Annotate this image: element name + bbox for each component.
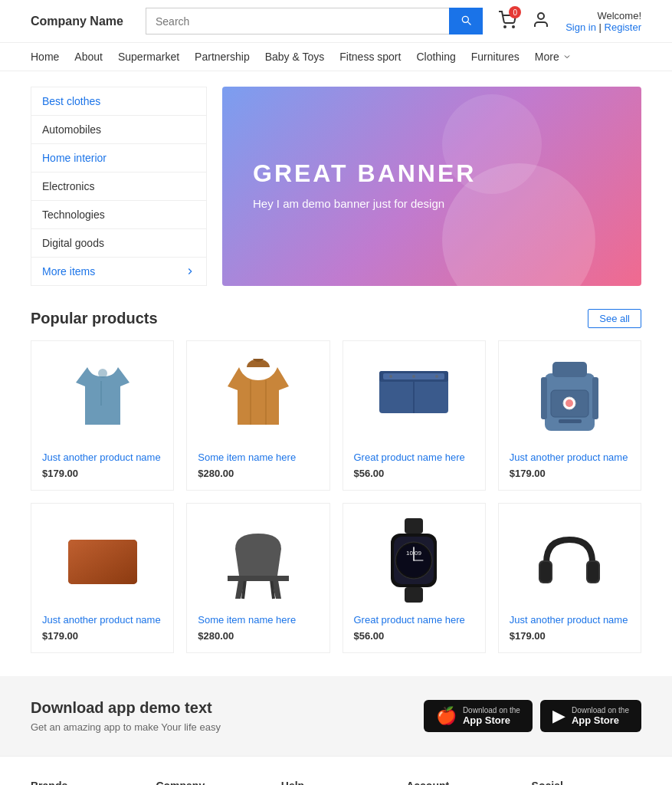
product-card[interactable]: Great product name here $56.00 — [343, 340, 486, 491]
product-image-shirt — [68, 360, 137, 436]
user-icon — [532, 11, 550, 29]
footer-account: Account User Login User register Account… — [406, 780, 516, 785]
product-name: Just another product name — [42, 452, 162, 463]
chevron-right-icon — [185, 266, 195, 277]
svg-point-16 — [565, 399, 573, 407]
user-icon-wrap[interactable] — [532, 11, 550, 31]
product-card[interactable]: Some item name here $280.00 — [186, 340, 329, 491]
download-subtitle: Get an amazing app to make Your life eas… — [31, 721, 221, 733]
sidebar-item-electronics[interactable]: Electronics — [31, 172, 206, 201]
footer-company-title: Company — [156, 780, 265, 785]
header-actions: 0 Welcome! Sign in | Register — [498, 10, 641, 33]
product-name: Just another product name — [42, 614, 162, 626]
product-name: Some item name here — [198, 614, 318, 626]
svg-point-9 — [389, 375, 392, 378]
product-image-wrap: 10:09 — [354, 514, 474, 606]
appstore-small: Download on the — [463, 706, 520, 714]
separator: | — [599, 21, 605, 33]
product-price: $280.00 — [198, 630, 318, 642]
footer-help-title: Help — [281, 780, 391, 785]
playstore-big: App Store — [572, 714, 629, 726]
product-name: Just another product name — [510, 452, 630, 463]
search-input[interactable] — [146, 8, 449, 34]
nav-about[interactable]: About — [74, 51, 103, 63]
banner: GREAT BANNER Hey I am demo banner just f… — [222, 87, 641, 286]
footer-social-title: Social — [532, 780, 641, 785]
product-name: Some item name here — [198, 452, 318, 463]
svg-point-0 — [504, 26, 506, 28]
sidebar: Best clothes Automobiles Home interior E… — [31, 87, 207, 286]
play-icon: ▶ — [552, 706, 565, 726]
product-image-shorts — [375, 367, 452, 429]
logo: Company Name — [31, 15, 130, 28]
svg-point-10 — [412, 375, 415, 378]
product-image-wrap — [510, 514, 630, 606]
product-image-wrap — [42, 352, 162, 444]
main-content: Best clothes Automobiles Home interior E… — [0, 71, 672, 301]
navbar: Home About Supermarket Partnership Baby … — [0, 43, 672, 71]
nav-supermarket[interactable]: Supermarket — [118, 51, 179, 63]
svg-rect-18 — [541, 377, 547, 419]
sidebar-item-best-clothes[interactable]: Best clothes — [31, 87, 206, 116]
cart-badge: 0 — [509, 6, 521, 18]
products-grid: Just another product name $179.00 Some i… — [31, 340, 641, 653]
product-image-wrap — [198, 352, 318, 444]
download-title: Download app demo text — [31, 699, 221, 717]
banner-text: GREAT BANNER Hey I am demo banner just f… — [253, 159, 476, 213]
nav-fitness[interactable]: Fitness sport — [339, 51, 401, 63]
nav-clothing[interactable]: Clothing — [416, 51, 455, 63]
cart-icon-wrap[interactable]: 0 — [498, 11, 516, 31]
search-button[interactable] — [449, 8, 483, 34]
banner-title: GREAT BANNER — [253, 159, 476, 188]
svg-rect-13 — [552, 362, 587, 377]
product-price: $179.00 — [510, 468, 630, 479]
product-card[interactable]: Just another product name $179.00 — [498, 340, 641, 491]
product-name: Great product name here — [354, 452, 474, 463]
nav-home[interactable]: Home — [31, 51, 59, 63]
svg-rect-17 — [559, 419, 582, 423]
banner-circle2 — [442, 94, 542, 194]
svg-point-2 — [538, 13, 544, 19]
product-card[interactable]: Just another product name $179.00 — [31, 503, 174, 653]
register-link[interactable]: Register — [605, 21, 641, 33]
products-section-title: Popular products — [31, 310, 158, 327]
nav-furnitures[interactable]: Furnitures — [471, 51, 520, 63]
download-text: Download app demo text Get an amazing ap… — [31, 699, 221, 733]
welcome-text: Welcome! Sign in | Register — [565, 10, 641, 33]
appstore-button[interactable]: 🍎 Download on the App Store — [424, 700, 533, 732]
product-image-wrap — [510, 352, 630, 444]
product-price: $56.00 — [354, 630, 474, 642]
nav-partnership[interactable]: Partnership — [195, 51, 250, 63]
product-price: $179.00 — [42, 468, 162, 479]
product-card[interactable]: 10:09 Great product name here $56.00 — [343, 503, 486, 653]
svg-point-1 — [513, 26, 514, 28]
app-buttons: 🍎 Download on the App Store ▶ Download o… — [424, 700, 641, 732]
nav-baby-toys[interactable]: Baby & Toys — [265, 51, 325, 63]
product-image-backpack — [537, 358, 602, 438]
playstore-button[interactable]: ▶ Download on the App Store — [540, 700, 641, 732]
footer-account-title: Account — [406, 780, 516, 785]
product-image-laptop — [64, 532, 141, 590]
product-card[interactable]: Some item name here $280.00 — [186, 503, 329, 653]
product-image-watch: 10:09 — [383, 518, 444, 603]
product-image-wrap — [198, 514, 318, 606]
product-price: $179.00 — [510, 630, 630, 642]
nav-more-label: More — [535, 51, 559, 63]
sidebar-item-home-interior[interactable]: Home interior — [31, 144, 206, 172]
footer-social: Social f Facebook 🐦 Twitter 📷 Instagram … — [532, 780, 641, 785]
nav-more[interactable]: More — [535, 51, 572, 63]
footer-help: Help Contact us Money refund Order statu… — [281, 780, 391, 785]
see-all-button[interactable]: See all — [588, 309, 641, 328]
sidebar-item-technologies[interactable]: Technologies — [31, 201, 206, 229]
banner-subtitle: Hey I am demo banner just for design — [253, 195, 476, 213]
product-price: $280.00 — [198, 468, 318, 479]
products-section: Popular products See all Just another pr… — [0, 301, 672, 668]
sidebar-item-automobiles[interactable]: Automobiles — [31, 116, 206, 144]
sidebar-item-more[interactable]: More items — [31, 258, 206, 285]
sign-in-link[interactable]: Sign in — [565, 21, 596, 33]
svg-rect-22 — [405, 518, 423, 534]
sidebar-item-digital-goods[interactable]: Digital goods — [31, 229, 206, 258]
product-image-headphones — [531, 528, 608, 593]
product-card[interactable]: Just another product name $179.00 — [498, 503, 641, 653]
product-card[interactable]: Just another product name $179.00 — [31, 340, 174, 491]
